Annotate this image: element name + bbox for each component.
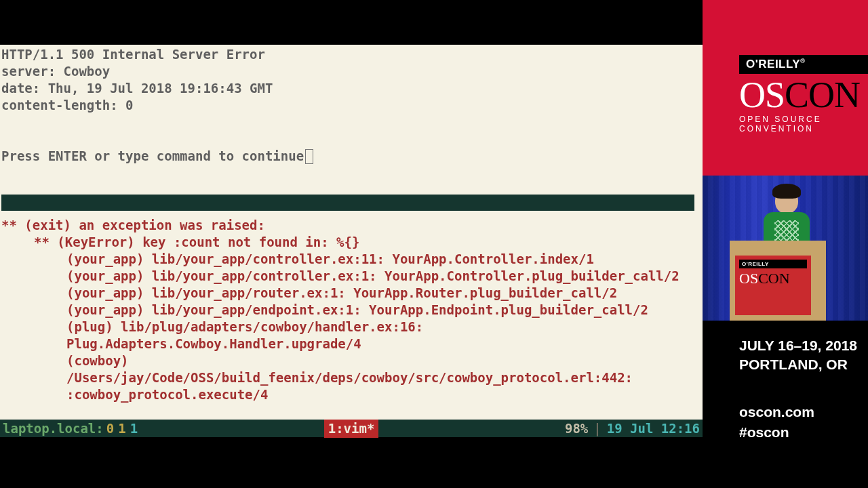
continue-prompt[interactable]: Press ENTER or type command to continue xyxy=(0,148,703,165)
event-info: JULY 16–19, 2018 PORTLAND, OR oscon.com … xyxy=(739,336,861,443)
trace-endpoint: (your_app) lib/your_app/endpoint.ex:1: Y… xyxy=(1,302,694,319)
error-keyerror-line: ** (KeyError) key :count not found in: %… xyxy=(1,234,694,251)
http-content-length-header: content-length: 0 xyxy=(1,97,701,114)
oscon-subtitle: OPEN SOURCE CONVENTION xyxy=(739,115,868,134)
tmux-window-0: 0 xyxy=(106,420,114,437)
oscon-logo: O'REILLY® OSCON OPEN SOURCE CONVENTION xyxy=(739,55,868,134)
oscon-brand-panel: O'REILLY® OSCON OPEN SOURCE CONVENTION xyxy=(703,0,868,176)
trace-controller-index: (your_app) lib/your_app/controller.ex:11… xyxy=(1,251,694,268)
continue-prompt-text: Press ENTER or type command to continue xyxy=(1,148,304,165)
event-location: PORTLAND, OR xyxy=(739,355,861,374)
oreilly-wordmark: O'REILLY® xyxy=(739,55,868,74)
tmux-battery-pct: 98% xyxy=(565,420,588,437)
trace-router: (your_app) lib/your_app/router.ex:1: You… xyxy=(1,285,694,302)
oscon-wordmark: OSCON xyxy=(739,77,868,113)
error-exit-line: ** (exit) an exception was raised: xyxy=(1,217,694,234)
podium-icon: O'REILLY OSCON xyxy=(730,241,826,321)
cursor-icon xyxy=(305,149,313,164)
tmux-active-window: 1:vim* xyxy=(324,420,379,438)
event-hashtag: #oscon xyxy=(739,422,861,443)
terminal-pane[interactable]: HTTP/1.1 500 Internal Server Error serve… xyxy=(0,45,703,437)
conference-sidebar: O'REILLY® OSCON OPEN SOURCE CONVENTION O… xyxy=(703,0,868,488)
tmux-window-1a: 1 xyxy=(118,420,125,437)
http-date-header: date: Thu, 19 Jul 2018 19:16:43 GMT xyxy=(1,80,701,97)
tmux-hostname: laptop.local: xyxy=(3,420,104,437)
trace-cowboy-protocol: (cowboy) /Users/jay/Code/OSS/build_feeni… xyxy=(1,352,694,403)
tmux-separator: | xyxy=(593,420,601,437)
tmux-status-bar: laptop.local: 0 1 1 1:vim* 98% | 19 Jul … xyxy=(0,420,703,437)
podium-oscon-label: OSCON xyxy=(739,270,807,287)
trace-controller-plug: (your_app) lib/your_app/controller.ex:1:… xyxy=(1,268,694,285)
stacktrace: ** (exit) an exception was raised: ** (K… xyxy=(1,217,694,403)
speaker-video-thumbnail: O'REILLY OSCON xyxy=(703,176,868,321)
event-dates: JULY 16–19, 2018 xyxy=(739,336,861,355)
tmux-datetime: 19 Jul 12:16 xyxy=(607,420,700,437)
http-response-headers: HTTP/1.1 500 Internal Server Error serve… xyxy=(0,45,703,114)
tmux-window-1b: 1 xyxy=(130,420,138,437)
http-server-header: server: Cowboy xyxy=(1,63,701,80)
trace-plug-handler: (plug) lib/plug/adapters/cowboy/handler.… xyxy=(1,319,694,352)
event-url: oscon.com xyxy=(739,402,861,422)
http-status-line: HTTP/1.1 500 Internal Server Error xyxy=(1,46,701,63)
podium-oreilly-label: O'REILLY xyxy=(739,260,807,268)
pane-separator xyxy=(1,195,694,211)
